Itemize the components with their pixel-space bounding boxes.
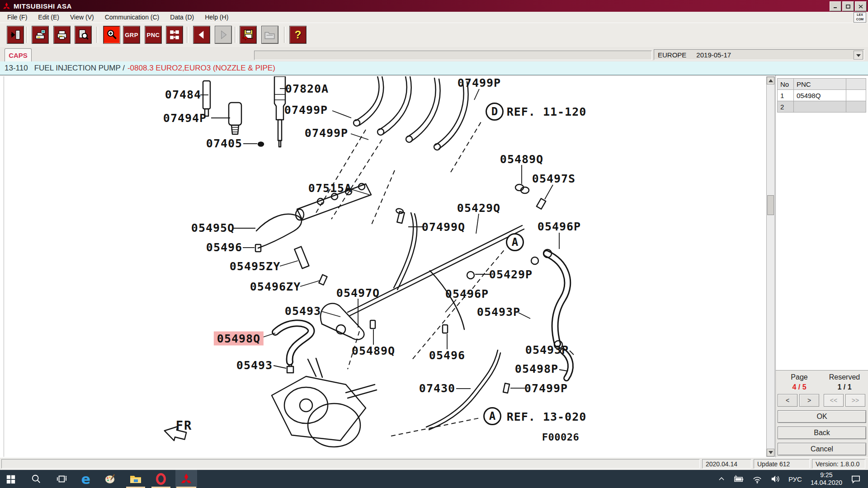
part-label[interactable]: 07484 — [165, 88, 201, 101]
table-row[interactable]: 1 05498Q — [778, 90, 866, 101]
back-button[interactable] — [193, 26, 210, 44]
menu-file[interactable]: File (F) — [2, 13, 33, 22]
clock[interactable]: 9:25 14.04.2020 — [806, 471, 847, 487]
chevron-down-icon[interactable] — [854, 51, 863, 60]
part-label[interactable]: 05498P — [515, 362, 558, 375]
part-label[interactable]: 07499Q — [422, 221, 465, 234]
notification-icon — [851, 474, 861, 483]
action-center-button[interactable] — [847, 470, 868, 488]
ref-circle[interactable]: A — [483, 407, 501, 425]
part-label[interactable]: 05496ZY — [250, 280, 301, 293]
part-label[interactable]: 05495ZY — [230, 260, 280, 273]
network-status[interactable] — [748, 470, 766, 488]
search-icon — [31, 474, 41, 484]
multi-view-button[interactable] — [166, 26, 183, 44]
first-reserved-button[interactable]: << — [824, 394, 844, 407]
part-label[interactable]: 05493 — [236, 359, 273, 372]
maximize-button[interactable] — [842, 1, 854, 11]
part-label[interactable]: 05493P — [477, 305, 520, 319]
zoom-tool-button[interactable] — [103, 26, 120, 44]
scroll-up-button[interactable] — [767, 77, 774, 84]
ok-button[interactable]: OK — [778, 410, 866, 423]
back-action-button[interactable]: Back — [778, 427, 866, 439]
start-button[interactable] — [0, 470, 22, 488]
paint-button[interactable] — [99, 470, 121, 488]
menu-edit[interactable]: Edit (E) — [33, 13, 65, 22]
row-pnc[interactable]: 05498Q — [794, 90, 846, 101]
part-label[interactable]: 07494P — [163, 112, 207, 125]
reference-label[interactable]: REF. 11-120 — [507, 105, 587, 118]
open-button[interactable] — [261, 26, 278, 44]
menu-view[interactable]: View (V) — [65, 13, 99, 22]
pnc-button[interactable]: PNC — [145, 26, 162, 44]
part-label[interactable]: 05496 — [429, 349, 465, 362]
ref-circle[interactable]: D — [486, 103, 504, 121]
forward-button[interactable] — [215, 26, 232, 44]
part-label[interactable]: 07499P — [458, 76, 501, 89]
exit-button[interactable] — [7, 26, 24, 44]
minimize-button[interactable] — [830, 1, 841, 11]
part-label[interactable]: 07820A — [285, 82, 329, 95]
print-preview-button[interactable] — [75, 26, 92, 44]
part-label[interactable]: 05496P — [445, 287, 489, 300]
menu-data[interactable]: Data (D) — [165, 13, 199, 22]
print-button[interactable] — [53, 26, 71, 44]
region-select[interactable]: EUROPE 2019-05-17 — [654, 49, 864, 60]
mitsubishi-asa-taskbar-button[interactable] — [175, 470, 197, 488]
part-label[interactable]: 05489Q — [352, 344, 395, 357]
part-label[interactable]: 07430 — [419, 382, 455, 395]
part-label[interactable]: 07499P — [524, 382, 568, 395]
battery-status[interactable] — [729, 470, 748, 488]
scroll-down-button[interactable] — [767, 449, 774, 456]
help-button[interactable]: ? — [289, 26, 307, 44]
reference-label[interactable]: REF. 13-020 — [507, 410, 587, 423]
part-label[interactable]: 07499P — [305, 127, 348, 140]
search-button[interactable] — [25, 470, 47, 488]
scrollbar-thumb[interactable] — [767, 195, 774, 215]
part-label[interactable]: 05429P — [489, 268, 533, 281]
part-label[interactable]: 05489Q — [500, 153, 543, 166]
cancel-button[interactable]: Cancel — [778, 443, 866, 455]
row-extra[interactable] — [846, 90, 866, 101]
menu-help[interactable]: Help (H) — [199, 13, 234, 22]
table-row[interactable]: 2 — [778, 101, 866, 113]
part-label[interactable]: 05493 — [285, 305, 321, 318]
system-tray: РУС 9:25 14.04.2020 — [714, 470, 868, 488]
part-label[interactable]: 05496 — [206, 241, 242, 254]
part-label[interactable]: 07499P — [284, 103, 328, 117]
row-no[interactable]: 1 — [778, 90, 794, 101]
file-explorer-button[interactable] — [125, 470, 146, 488]
row-pnc[interactable] — [794, 101, 846, 113]
diagram-canvas[interactable]: 0748407494P0740507820A07499P07499P07499P… — [4, 76, 766, 457]
part-label-highlighted[interactable]: 05498Q — [214, 332, 264, 346]
tab-caps[interactable]: CAPS — [5, 48, 32, 61]
prev-page-button[interactable]: < — [778, 394, 797, 407]
row-no[interactable]: 2 — [778, 101, 794, 113]
part-label[interactable]: 05493P — [525, 343, 569, 357]
part-label[interactable]: 05497S — [532, 172, 576, 185]
part-label[interactable]: 05497Q — [336, 286, 380, 300]
part-label[interactable]: 07515A — [308, 182, 352, 195]
language-indicator[interactable]: РУС — [784, 470, 806, 488]
part-label[interactable]: 05429Q — [457, 202, 500, 215]
edge-browser-button[interactable]: e — [75, 470, 97, 488]
task-view-button[interactable] — [51, 470, 72, 488]
opera-button[interactable] — [150, 470, 172, 488]
tray-expand-button[interactable] — [714, 470, 729, 488]
close-button[interactable] — [855, 1, 867, 11]
ref-circle[interactable]: A — [506, 233, 524, 251]
volume-status[interactable] — [766, 470, 784, 488]
row-extra[interactable] — [846, 101, 866, 113]
tab-strip-panel — [254, 51, 652, 60]
part-label[interactable]: 05495Q — [191, 221, 235, 235]
print-setup-button[interactable] — [32, 26, 49, 44]
menu-communication[interactable]: Communication (C) — [99, 13, 165, 22]
next-page-button[interactable]: > — [799, 394, 819, 407]
page-label: Page — [777, 373, 822, 381]
diagram-scrollbar[interactable] — [766, 76, 775, 457]
save-button[interactable] — [240, 26, 257, 44]
grp-button[interactable]: GRP — [123, 26, 140, 44]
part-label[interactable]: 05496P — [538, 220, 581, 233]
last-reserved-button[interactable]: >> — [845, 394, 865, 407]
part-label[interactable]: 07405 — [206, 137, 242, 150]
